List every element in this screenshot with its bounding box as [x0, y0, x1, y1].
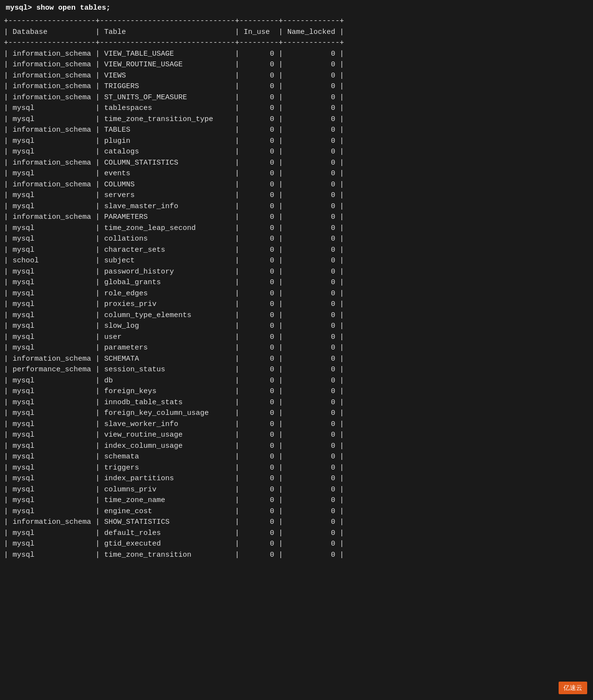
command-line: mysql> show open tables; [0, 0, 593, 16]
table-output: +--------------------+------------------… [0, 16, 593, 561]
watermark: 亿速云 [559, 682, 587, 694]
terminal: mysql> show open tables; +--------------… [0, 0, 593, 561]
